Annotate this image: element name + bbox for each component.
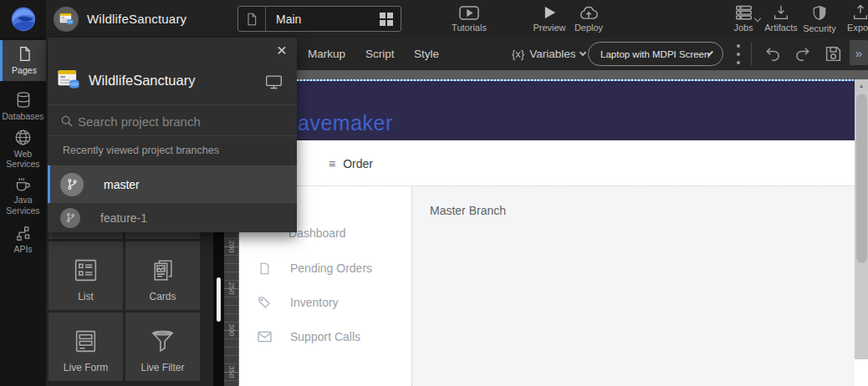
widget-tile-live-form[interactable]: Live Form: [49, 312, 123, 381]
variables-icon: {x}: [512, 48, 524, 60]
redo-button[interactable]: [794, 45, 812, 62]
api-nodes-icon: [15, 225, 32, 241]
branch-search-input[interactable]: [78, 109, 287, 134]
globe-icon: [14, 129, 32, 146]
widget-tile-list[interactable]: List: [49, 241, 123, 310]
monitor-icon[interactable]: [265, 74, 283, 90]
ruler-mark: 250: [222, 281, 242, 296]
palette-scrollbar-thumb[interactable]: [217, 277, 221, 322]
nav-item-label: Support Calls: [290, 330, 360, 343]
branch-section-label: Recently viewed project branches: [63, 145, 219, 156]
project-window-icon: [59, 13, 74, 26]
project-icon: [54, 7, 79, 32]
widget-tile-label: List: [78, 291, 94, 302]
canvas-nav-pending-orders[interactable]: Pending Orders: [257, 260, 372, 277]
preview-label: Preview: [533, 23, 565, 33]
scrollbar-up-button[interactable]: ▲: [855, 79, 868, 92]
canvas-nav-dashboard[interactable]: Dashboard: [288, 225, 346, 241]
canvas-scrollbar-thumb[interactable]: [856, 94, 867, 263]
page-icon: [238, 7, 266, 31]
branch-search[interactable]: [48, 104, 297, 136]
wavemaker-logo[interactable]: [0, 0, 46, 38]
canvas-scrollbar[interactable]: ▲: [855, 79, 868, 359]
widget-tile-live-filter[interactable]: Live Filter: [125, 312, 200, 381]
sidebar-item-web-services[interactable]: Web Services: [0, 127, 46, 170]
page-icon: [17, 45, 33, 63]
canvas-nav-support-calls[interactable]: Support Calls: [257, 328, 360, 345]
project-window-icon: [57, 69, 80, 90]
document-icon: [257, 261, 272, 276]
ruler-mark: 300: [222, 323, 242, 338]
download-icon: [773, 5, 789, 20]
redo-icon: [794, 45, 812, 62]
sidebar-item-apis[interactable]: APIs: [0, 220, 46, 260]
top-bar: WildlifeSanctuary Main Tutorials Preview: [0, 0, 868, 38]
canvas-tab-label: Order: [343, 157, 373, 170]
tab-script[interactable]: Script: [365, 48, 395, 60]
widget-tile-cards[interactable]: Cards: [125, 241, 200, 310]
undo-icon: [763, 45, 782, 62]
canvas-content-text: Master Branch: [430, 204, 506, 217]
canvas-tab-order[interactable]: ≡ Order: [329, 157, 373, 170]
ruler-mark: 350: [222, 364, 242, 379]
variables-button[interactable]: {x} Variables: [512, 48, 585, 60]
sidebar-item-databases[interactable]: Databases: [0, 86, 46, 126]
branch-item-feature-1[interactable]: feature-1: [48, 203, 297, 232]
tab-style[interactable]: Style: [414, 48, 439, 60]
widget-tile-label: Cards: [149, 291, 176, 302]
sidebar-item-label: Databases: [2, 111, 43, 121]
undo-button[interactable]: [763, 45, 782, 62]
branch-panel-title: WildlifeSanctuary: [89, 73, 195, 89]
tab-markup[interactable]: Markup: [308, 48, 345, 60]
device-selector-value: Laptop with MDPI Screen: [589, 49, 709, 59]
preview-button[interactable]: Preview: [527, 0, 572, 38]
database-icon: [15, 91, 32, 109]
horizontal-ruler: [213, 70, 868, 79]
design-canvas[interactable]: avemaker ≡ Order Dashboard Pending Order…: [239, 79, 855, 386]
chevron-double-right-icon: »: [855, 46, 862, 60]
nav-item-label: Inventory: [290, 296, 339, 309]
security-button[interactable]: Security: [800, 0, 839, 38]
grid-icon[interactable]: [380, 13, 393, 26]
jobs-server-icon: [735, 5, 753, 20]
canvas-nav-inventory[interactable]: Inventory: [257, 294, 339, 311]
deploy-label: Deploy: [574, 23, 603, 33]
tutorials-label: Tutorials: [452, 23, 487, 33]
widget-tile-label: Live Form: [64, 362, 108, 373]
sidebar-item-java-services[interactable]: Java Services: [0, 172, 46, 218]
search-icon: [60, 114, 74, 128]
expand-panel-button[interactable]: »: [850, 40, 868, 65]
device-selector[interactable]: Laptop with MDPI Screen: [588, 42, 723, 66]
canvas-page-header[interactable]: avemaker: [239, 81, 855, 140]
nav-item-label: Dashboard: [288, 226, 346, 240]
video-icon: [459, 6, 479, 20]
widget-tile-label: Live Filter: [140, 362, 184, 373]
deploy-button[interactable]: Deploy: [569, 0, 608, 38]
canvas-content-panel[interactable]: Master Branch: [411, 186, 855, 386]
jobs-label: Jobs: [733, 23, 753, 33]
export-label: Export: [847, 23, 868, 33]
close-icon[interactable]: ×: [277, 41, 287, 58]
list-widget-icon: [72, 256, 100, 284]
wavemaker-ide: WildlifeSanctuary Main Tutorials Preview: [0, 0, 868, 386]
ruler-mark: 200: [222, 239, 242, 254]
branch-item-master[interactable]: master: [48, 165, 297, 203]
page-selector[interactable]: Main: [237, 6, 401, 32]
save-button[interactable]: [825, 45, 842, 63]
scroll-up-arrow-icon: ▲: [859, 83, 865, 89]
tutorials-button[interactable]: Tutorials: [442, 0, 497, 38]
more-options-button[interactable]: [733, 44, 743, 64]
artifacts-button[interactable]: Artifacts: [762, 0, 800, 38]
export-button[interactable]: Export: [839, 0, 868, 38]
hamburger-icon: ≡: [329, 157, 335, 170]
artifacts-label: Artifacts: [764, 23, 798, 33]
sidebar-item-pages[interactable]: Pages: [0, 40, 46, 81]
play-icon: [543, 5, 557, 20]
branch-name: master: [104, 178, 140, 191]
live-form-widget-icon: [72, 328, 100, 355]
git-branch-icon: [60, 173, 84, 196]
left-sidebar: Pages Databases Web Services Java Servic…: [0, 38, 46, 386]
sidebar-item-label: Web Services: [0, 149, 46, 169]
canvas-brand-text: avemaker: [298, 111, 393, 135]
project-name: WildlifeSanctuary: [87, 12, 186, 26]
